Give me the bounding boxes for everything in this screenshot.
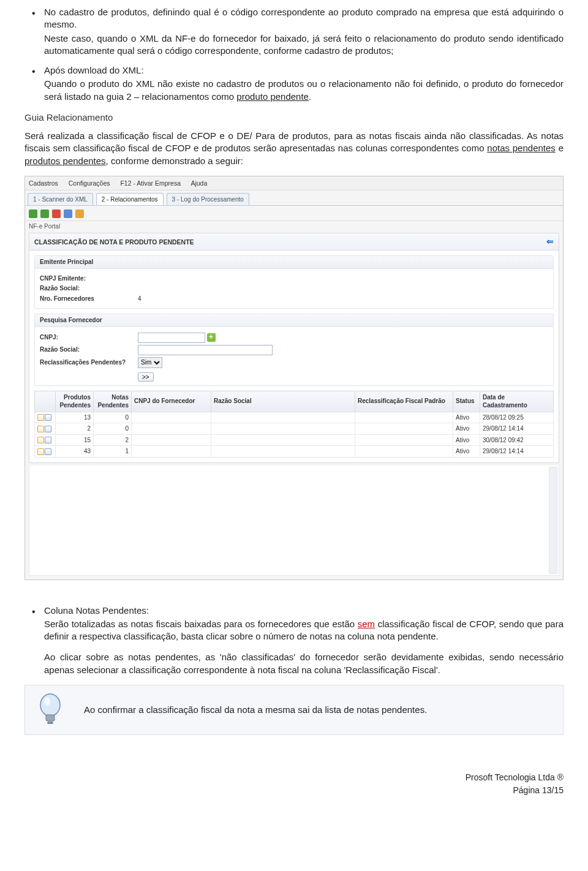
cell-actions — [35, 434, 56, 446]
cell-cnpj — [132, 446, 211, 458]
col-reclass-padrao: Reclassificação Fiscal Padrão — [355, 391, 453, 412]
cell-status: Ativo — [453, 434, 480, 446]
menu-ativar-empresa[interactable]: F12 - Ativar Empresa — [120, 179, 181, 187]
edit-icon[interactable] — [37, 448, 44, 455]
tab-scanner-xml[interactable]: 1 - Scanner do XML — [28, 193, 93, 206]
stop-icon[interactable] — [52, 209, 61, 218]
panel-title-bar: CLASSIFICAÇÃO DE NOTA E PRODUTO PENDENTE… — [29, 233, 559, 251]
col-produtos-pendentes: Produtos Pendentes — [56, 391, 94, 412]
row-razao-social-emit: Razão Social: — [40, 284, 548, 293]
label-cnpj-emitente: CNPJ Emitente: — [40, 274, 138, 283]
page-footer: Prosoft Tecnologia Ltda ® Página 13/15 — [24, 772, 564, 796]
view-icon[interactable] — [45, 426, 51, 432]
svg-rect-2 — [46, 715, 55, 721]
cell-actions — [35, 412, 56, 423]
label-razao-social-emit: Razão Social: — [40, 284, 138, 293]
view-icon[interactable] — [45, 414, 51, 421]
nav-forward-icon[interactable] — [40, 209, 49, 218]
view-icon[interactable] — [45, 448, 51, 455]
search-go-button[interactable]: >> — [138, 372, 154, 382]
panel-title-text: CLASSIFICAÇÃO DE NOTA E PRODUTO PENDENTE — [34, 238, 194, 246]
svg-point-1 — [44, 697, 50, 706]
bullet-dot-icon: • — [32, 65, 36, 78]
table-row: 130Ativo28/08/12 09:25 — [35, 412, 554, 423]
cell-status: Ativo — [453, 412, 480, 423]
intro-bullet-2: • Após download do XML: Quando o produto… — [44, 64, 564, 103]
guia-paragraph: Será realizada a classificação fiscal de… — [24, 130, 564, 167]
cell-produtos-pendentes[interactable]: 2 — [56, 423, 94, 435]
menu-configuracoes[interactable]: Configurações — [69, 179, 110, 187]
tip-box: Ao confirmar a classificação fiscal da n… — [24, 685, 564, 735]
cell-reclass-padrao — [355, 423, 453, 435]
row-reclass-pendentes: Reclassificações Pendentes? Sim — [40, 357, 548, 368]
cell-cnpj — [132, 434, 211, 446]
group-pesquisa-body: CNPJ: Razão Social: Reclassificações Pen… — [35, 327, 553, 385]
intro-bullet-2-body-post: . — [309, 91, 311, 102]
scrollbar[interactable] — [549, 467, 557, 574]
portal-label: NF-e Portal — [25, 221, 563, 231]
tab-relacionamentos[interactable]: 2 - Relacionamentos — [96, 193, 164, 206]
menu-ajuda[interactable]: Ajuda — [190, 179, 207, 187]
group-pesquisa-head: Pesquisa Fornecedor — [35, 314, 553, 327]
guia-para-pre: Será realizada a classificação fiscal de… — [24, 130, 564, 153]
nav-back-icon[interactable] — [29, 209, 37, 218]
col-status: Status — [453, 391, 480, 412]
group-emitente-principal: Emitente Principal CNPJ Emitente: Razão … — [34, 255, 554, 309]
select-reclass-pendentes[interactable]: Sim — [138, 357, 162, 368]
bullet-bottom-p1: Serão totalizadas as notas fiscais baixa… — [44, 618, 564, 643]
col-razao-social: Razão Social — [211, 391, 355, 412]
cell-notas-pendentes[interactable]: 1 — [94, 446, 132, 458]
cell-produtos-pendentes[interactable]: 13 — [56, 412, 94, 423]
cell-cnpj — [132, 423, 211, 435]
refresh-icon[interactable] — [64, 209, 72, 218]
bullet-bottom-p1-pre: Serão totalizadas as notas fiscais baixa… — [44, 619, 358, 629]
home-icon[interactable] — [75, 209, 84, 218]
bullet-bottom-title: Coluna Notas Pendentes: — [44, 605, 149, 616]
cell-data: 29/08/12 14:14 — [480, 423, 554, 435]
label-reclass-pendentes: Reclassificações Pendentes? — [40, 358, 138, 367]
input-cnpj[interactable] — [138, 333, 205, 343]
bullet-dot-icon: • — [32, 7, 36, 20]
cell-notas-pendentes[interactable]: 0 — [94, 423, 132, 435]
tip-text: Ao confirmar a classificação fiscal da n… — [84, 704, 427, 716]
edit-icon[interactable] — [37, 414, 44, 421]
cell-razao — [211, 423, 355, 435]
tab-log-processamento[interactable]: 3 - Log do Processamento — [167, 193, 249, 206]
toolbar — [25, 206, 563, 221]
edit-icon[interactable] — [37, 426, 44, 432]
cell-reclass-padrao — [355, 434, 453, 446]
view-icon[interactable] — [45, 437, 51, 443]
lightbulb-icon — [35, 692, 66, 728]
cell-notas-pendentes[interactable]: 2 — [94, 434, 132, 446]
row-cnpj-emitente: CNPJ Emitente: — [40, 274, 548, 283]
cell-reclass-padrao — [355, 446, 453, 458]
cell-produtos-pendentes[interactable]: 15 — [56, 434, 94, 446]
input-razao-social[interactable] — [138, 345, 273, 355]
cell-data: 30/08/12 09:42 — [480, 434, 554, 446]
add-cnpj-icon[interactable] — [207, 333, 216, 342]
svg-point-0 — [40, 694, 60, 716]
intro-bullet-1: • No cadastro de produtos, definindo qua… — [44, 6, 564, 57]
table-row: 20Ativo29/08/12 14:14 — [35, 423, 554, 435]
intro-bullet-1-intro: No cadastro de produtos, definindo qual … — [44, 7, 564, 29]
intro-bullet-2-body-underline: produto pendente — [236, 91, 309, 102]
cell-actions — [35, 446, 56, 458]
menu-cadastros[interactable]: Cadastros — [29, 179, 58, 187]
intro-bullet-2-body: Quando o produto do XML não existe no ca… — [44, 78, 564, 103]
bullet-bottom-p1-red: sem — [358, 619, 375, 629]
row-nro-fornecedores: Nro. Fornecedores 4 — [40, 295, 548, 303]
edit-icon[interactable] — [37, 437, 44, 443]
cell-razao — [211, 434, 355, 446]
cell-produtos-pendentes[interactable]: 43 — [56, 446, 94, 458]
cell-notas-pendentes[interactable]: 0 — [94, 412, 132, 423]
row-cnpj-search: CNPJ: — [40, 333, 548, 343]
guia-para-u1: notas pendentes — [487, 143, 556, 153]
main-panel: CLASSIFICAÇÃO DE NOTA E PRODUTO PENDENTE… — [29, 233, 559, 462]
panel-back-arrow-icon[interactable]: ⇐ — [546, 236, 554, 247]
fornecedores-table: Produtos Pendentes Notas Pendentes CNPJ … — [34, 391, 554, 458]
footer-company: Prosoft Tecnologia Ltda ® — [24, 772, 564, 783]
app-window: Cadastros Configurações F12 - Ativar Emp… — [24, 176, 564, 580]
svg-rect-3 — [47, 722, 53, 724]
bullet-bottom-p2: Ao clicar sobre as notas pendentes, as '… — [44, 651, 564, 676]
guia-para-u2: produtos pendentes — [24, 156, 106, 166]
